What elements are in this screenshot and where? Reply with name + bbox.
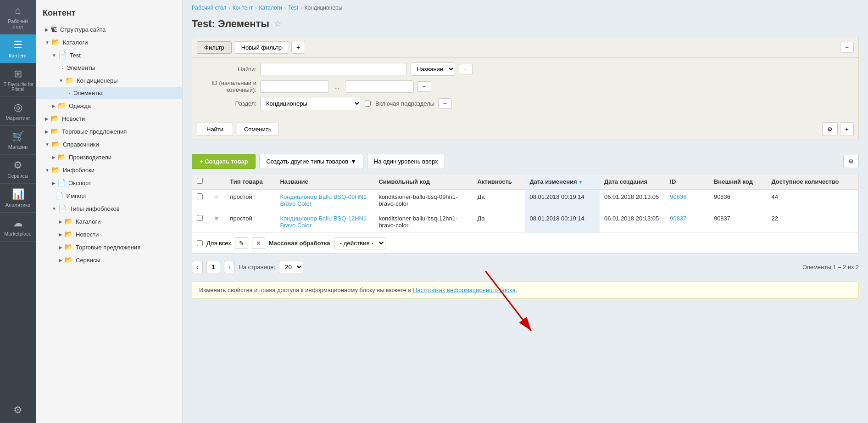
sidebar-item-marketing[interactable]: ◎ Маркетинг (0, 97, 36, 126)
product-id-link[interactable]: 90836 (670, 193, 686, 200)
product-name-link[interactable]: Кондиционер Ballu BSQ-12HN1 Bravo Color (280, 215, 367, 229)
select-all-checkbox[interactable] (197, 178, 203, 184)
sidebar-item-analytics[interactable]: 📊 Аналитика (0, 184, 36, 213)
sidebar-item-shop[interactable]: 🛒 Магазин (0, 126, 36, 155)
section-select[interactable]: Кондиционеры (260, 97, 361, 110)
td-active: Да (473, 189, 525, 211)
sort-arrow-icon: ▼ (579, 180, 583, 185)
include-sub-checkbox[interactable] (365, 101, 371, 107)
for-all-label: Для всех (206, 240, 231, 247)
toolbar: + Создать товар Создать другие типы това… (183, 149, 868, 174)
section-row-remove[interactable]: − (438, 98, 452, 109)
nav-item-import[interactable]: 📄 Импорт (36, 189, 182, 202)
nav-item-novosti[interactable]: ▶ 📂 Новости (36, 112, 182, 125)
nav-item-torgovye[interactable]: ▶ 📂 Торговые предложения (36, 125, 182, 138)
mass-actions-select[interactable]: - действия - (334, 237, 385, 249)
breadcrumb-test[interactable]: Test (288, 5, 298, 11)
sidebar-item-it[interactable]: ⊞ IT Favourite for Pitatel (0, 63, 36, 97)
nav-item-test[interactable]: ▼ 📄 Test (36, 49, 182, 62)
it-icon: ⊞ (14, 68, 22, 80)
td-id: 90837 (665, 211, 709, 233)
find-type-select[interactable]: Название (411, 62, 455, 76)
go-up-button[interactable]: На один уровень вверх (367, 154, 445, 169)
next-page-button[interactable]: › (224, 261, 235, 273)
create-other-button[interactable]: Создать другие типы товаров ▼ (259, 154, 363, 169)
sidebar-item-services[interactable]: ⚙ Сервисы (0, 155, 36, 184)
mass-edit-button[interactable]: ✎ (235, 237, 248, 249)
td-date-mod: 08.01.2018 00:19:14 (525, 211, 600, 233)
nav-item-tipy-servis[interactable]: ▶ 📂 Сервисы (36, 254, 182, 266)
nav-item-proizvoditeli[interactable]: ▶ 📂 Производители (36, 151, 182, 164)
nav-item-tipy-torgovye[interactable]: ▶ 📂 Торговые предложения (36, 241, 182, 254)
per-page-select[interactable]: 20 (279, 261, 303, 273)
nav-item-konditsionery[interactable]: ▼ 📁 Кондиционеры (36, 74, 182, 87)
td-drag[interactable]: ≡ (210, 211, 225, 233)
nav-item-eksport[interactable]: ▶ 📄 Экспорт (36, 176, 182, 189)
content-icon: ☰ (13, 39, 22, 51)
nav-item-infobloki[interactable]: ▼ 📂 Инфоблоки (36, 164, 182, 176)
nav-item-odezhda[interactable]: ▶ 📁 Одежда (36, 99, 182, 112)
breadcrumb-katalogi[interactable]: Каталоги (259, 5, 282, 11)
id-row-remove[interactable]: − (417, 81, 431, 92)
sidebar-item-settings[interactable]: ⚙ (0, 400, 36, 423)
nav-item-tipy[interactable]: ▼ 📄 Типы инфоблоков (36, 202, 182, 215)
filter-tab-new[interactable]: Новый фильтр (234, 41, 289, 54)
favorite-icon[interactable]: ☆ (274, 19, 281, 29)
table: Тип товара Название Символьный код Актив… (192, 174, 858, 233)
td-extcode: 90836 (709, 189, 767, 211)
find-row-remove[interactable]: − (459, 64, 473, 74)
info-note-link[interactable]: Настройках информационного блока. (413, 287, 517, 293)
nav-item-elementy1[interactable]: · Элементы (36, 62, 182, 74)
filter-gear-button[interactable]: ⚙ (822, 122, 838, 136)
th-name[interactable]: Название (275, 174, 374, 189)
id-start-input[interactable] (260, 80, 329, 93)
nav-item-tipy-katalogi[interactable]: ▶ 📂 Каталоги (36, 215, 182, 228)
folder-icon: 📁 (65, 76, 74, 85)
page-number-button[interactable]: 1 (206, 261, 220, 273)
product-name-link[interactable]: Кондиционер Ballu BSQ-09HN1 Bravo Color (280, 193, 367, 207)
breadcrumb-home[interactable]: Рабочий стол (192, 5, 226, 11)
id-end-input[interactable] (345, 80, 414, 93)
chevron-down-icon: ▼ (351, 158, 356, 165)
cancel-button[interactable]: Отменить (237, 123, 278, 136)
prev-page-button[interactable]: ‹ (192, 261, 203, 273)
arrow-icon (52, 193, 53, 198)
th-date-mod[interactable]: Дата изменения▼ (525, 174, 600, 189)
folder-icon: 📂 (51, 166, 60, 174)
nav-item-elementy2[interactable]: · Элементы (36, 87, 182, 99)
create-product-button[interactable]: + Создать товар (192, 154, 256, 169)
sidebar-item-home[interactable]: ⌂ Рабочий стол (0, 0, 36, 34)
settings-icon: ⚙ (13, 404, 22, 416)
mass-delete-button[interactable]: ✕ (252, 237, 265, 249)
sidebar-item-marketplace[interactable]: ☁ Marketplace (0, 213, 36, 242)
product-id-link[interactable]: 90837 (670, 215, 686, 222)
nav-item-spravochniki[interactable]: ▼ 📂 Справочники (36, 138, 182, 151)
breadcrumb-content[interactable]: Контент (233, 5, 253, 11)
table-row: ≡ простой Кондиционер Ballu BSQ-09HN1 Br… (192, 189, 858, 211)
mass-action-bar: Для всех ✎ ✕ Массовая обработка - действ… (192, 233, 858, 253)
mass-select-all-checkbox[interactable] (197, 240, 203, 246)
th-drag (210, 174, 225, 189)
table-settings-button[interactable]: ⚙ (843, 155, 859, 168)
per-page-label: На странице: (239, 264, 275, 271)
shop-icon: 🛒 (12, 130, 24, 142)
arrow-icon (66, 90, 67, 96)
filter-collapse-button[interactable]: − (840, 42, 854, 53)
arrow-icon: ▶ (52, 155, 56, 160)
doc-icon: 📄 (58, 204, 67, 213)
find-input[interactable] (260, 63, 407, 75)
row-checkbox[interactable] (197, 215, 203, 221)
td-qty: 44 (767, 189, 858, 211)
sidebar-item-content[interactable]: ☰ Контент (0, 34, 36, 63)
arrow-icon: ▶ (52, 103, 56, 108)
nav-item-tipy-novosti[interactable]: ▶ 📂 Новости (36, 228, 182, 241)
filter-tab-active[interactable]: Фильтр (197, 41, 232, 54)
filter-add-condition-button[interactable]: + (840, 122, 854, 136)
find-button[interactable]: Найти (197, 123, 233, 136)
filter-add-button[interactable]: + (291, 41, 305, 54)
nav-item-katalogi[interactable]: ▼ 📂 Каталоги (36, 36, 182, 49)
row-checkbox[interactable] (197, 193, 203, 199)
nav-item-struktura[interactable]: ▶ 🏗 Структура сайта (36, 23, 182, 36)
td-drag[interactable]: ≡ (210, 189, 225, 211)
marketplace-icon: ☁ (13, 217, 23, 229)
